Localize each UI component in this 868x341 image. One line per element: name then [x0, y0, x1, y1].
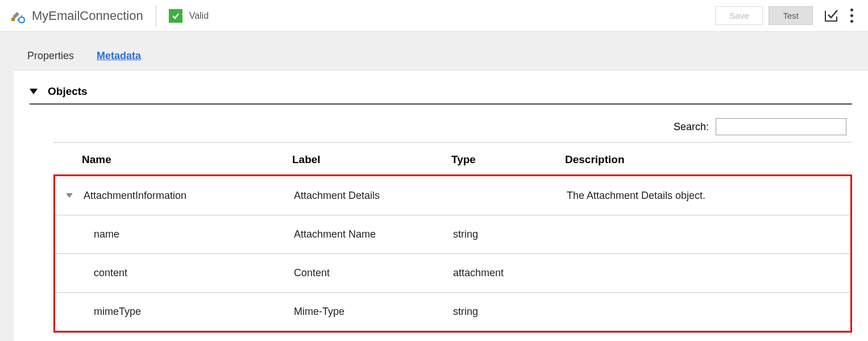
cell-label: Mime-Type — [294, 306, 453, 318]
save-button[interactable]: Save — [715, 6, 763, 25]
table-row[interactable]: name Attachment Name string — [55, 215, 850, 253]
col-name: Name — [82, 153, 292, 166]
tab-properties[interactable]: Properties — [27, 50, 74, 70]
objects-table: Name Label Type Description AttachmentIn… — [53, 142, 852, 333]
more-menu-icon[interactable] — [850, 9, 853, 23]
header-bar: MyEmailConnection Valid Save Test — [0, 0, 868, 32]
col-label: Label — [292, 153, 451, 166]
status-text: Valid — [189, 11, 209, 21]
highlighted-object-group: AttachmentInformation Attachment Details… — [53, 174, 852, 332]
collapse-icon[interactable] — [30, 89, 38, 94]
test-button[interactable]: Test — [769, 6, 813, 25]
col-description: Description — [565, 153, 747, 166]
cell-name: name — [84, 228, 294, 240]
table-bottom-border — [53, 332, 852, 333]
section-header[interactable]: Objects — [30, 85, 852, 105]
col-type: Type — [451, 153, 565, 166]
cell-type: string — [453, 228, 567, 240]
valid-check-icon — [169, 9, 182, 23]
table-row[interactable]: content Content attachment — [55, 253, 850, 292]
table-row[interactable]: mimeType Mime-Type string — [55, 292, 850, 331]
tab-metadata[interactable]: Metadata — [97, 50, 141, 70]
search-row: Search: — [30, 105, 852, 142]
cell-type: attachment — [453, 267, 567, 279]
cell-description: The Attachment Details object. — [567, 190, 749, 202]
search-input[interactable] — [716, 118, 846, 135]
cell-label: Attachment Details — [294, 190, 453, 202]
table-header-row: Name Label Type Description — [53, 142, 852, 176]
cell-label: Attachment Name — [294, 228, 453, 240]
connection-icon — [10, 9, 25, 23]
cell-name: mimeType — [84, 306, 294, 318]
divider — [156, 6, 156, 26]
page-title: MyEmailConnection — [32, 9, 143, 23]
cell-name: AttachmentInformation — [84, 190, 294, 202]
cell-label: Content — [294, 267, 453, 279]
svg-point-1 — [19, 17, 24, 23]
section-title: Objects — [48, 85, 88, 98]
svg-rect-0 — [11, 18, 15, 21]
content-area: Properties Metadata Objects Search: Name… — [0, 32, 868, 341]
expand-icon[interactable] — [55, 193, 84, 198]
search-label: Search: — [674, 121, 709, 133]
tabs-bar: Properties Metadata — [14, 32, 868, 70]
validate-icon[interactable] — [823, 8, 839, 24]
table-row[interactable]: AttachmentInformation Attachment Details… — [55, 176, 850, 215]
content-panel: Objects Search: Name Label Type Descript… — [14, 70, 868, 341]
cell-type: string — [453, 306, 567, 318]
cell-name: content — [84, 267, 294, 279]
